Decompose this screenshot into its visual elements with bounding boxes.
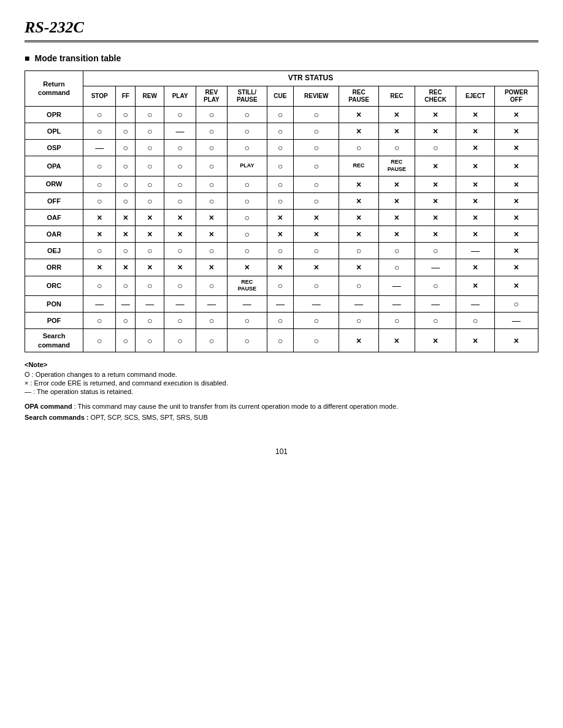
table-cell: ○ [339, 276, 379, 295]
table-row: Searchcommand○○○○○○○○××××× [25, 329, 538, 352]
table-cell: × [415, 176, 456, 192]
table-cell: ○ [267, 276, 294, 295]
table-cell: × [164, 226, 196, 243]
table-row: OFF○○○○○○○○××××× [25, 192, 538, 209]
table-cell: × [378, 106, 415, 123]
table-cell: ○ [83, 123, 116, 139]
column-header: FF [116, 86, 136, 106]
table-cell: ○ [456, 313, 494, 329]
table-cell: — [456, 296, 494, 313]
opa-note: OPA command : This command may cause the… [25, 401, 538, 412]
table-cell: — [456, 243, 494, 259]
table-cell: × [294, 259, 339, 276]
table-row: ORR×××××××××○—×× [25, 259, 538, 276]
table-cell: × [116, 226, 136, 243]
table-cell: — [415, 296, 456, 313]
command-label: ORR [25, 259, 83, 276]
table-cell: ○ [294, 106, 339, 123]
table-cell: ○ [116, 276, 136, 295]
column-header: RECPAUSE [339, 86, 379, 106]
column-header: REW [136, 86, 164, 106]
table-cell: ○ [415, 276, 456, 295]
table-cell: ○ [116, 156, 136, 176]
table-cell: × [267, 259, 294, 276]
table-cell: × [494, 139, 538, 156]
table-cell: ○ [136, 276, 164, 295]
note-item: — : The operation status is retained. [25, 388, 538, 395]
table-cell: ○ [267, 123, 294, 139]
table-cell: ○ [494, 296, 538, 313]
table-cell: ○ [228, 226, 267, 243]
table-cell: ○ [228, 313, 267, 329]
table-row: ORC○○○○○RECPAUSE○○○—○×× [25, 276, 538, 295]
column-header: CUE [267, 86, 294, 106]
table-cell: ○ [294, 156, 339, 176]
table-cell: × [415, 226, 456, 243]
table-cell: ○ [164, 156, 196, 176]
table-cell: ○ [294, 139, 339, 156]
command-label: ORW [25, 176, 83, 192]
table-cell: × [116, 259, 136, 276]
table-cell: ○ [228, 192, 267, 209]
column-header: RECCHECK [415, 86, 456, 106]
table-cell: ○ [164, 192, 196, 209]
column-header: POWEROFF [494, 86, 538, 106]
table-row: OAR×××××○××××××× [25, 226, 538, 243]
footer-notes: OPA command : This command may cause the… [25, 401, 538, 423]
table-cell: ○ [415, 139, 456, 156]
command-label: OAF [25, 209, 83, 226]
table-cell: ○ [136, 139, 164, 156]
section-header: Mode transition table [25, 53, 538, 63]
table-cell: ○ [228, 106, 267, 123]
table-cell: ○ [83, 276, 116, 295]
column-header: PLAY [164, 86, 196, 106]
table-cell: ○ [116, 192, 136, 209]
table-cell: × [378, 123, 415, 139]
table-cell: × [415, 329, 456, 352]
table-cell: × [456, 276, 494, 295]
table-cell: × [294, 209, 339, 226]
table-cell: × [456, 329, 494, 352]
table-cell: ○ [136, 176, 164, 192]
table-cell: × [494, 176, 538, 192]
table-row: OPR○○○○○○○○××××× [25, 106, 538, 123]
table-cell: ○ [339, 243, 379, 259]
table-cell: ○ [378, 139, 415, 156]
table-cell: × [378, 209, 415, 226]
table-cell: × [494, 329, 538, 352]
command-label: PON [25, 296, 83, 313]
notes-title: <Note> [25, 361, 538, 368]
table-cell: ○ [164, 243, 196, 259]
table-cell: × [294, 226, 339, 243]
table-cell: — [294, 296, 339, 313]
table-cell: × [456, 192, 494, 209]
column-header: REC [378, 86, 415, 106]
command-label: OFF [25, 192, 83, 209]
table-cell: ○ [83, 329, 116, 352]
table-cell: — [136, 296, 164, 313]
table-cell: ○ [294, 313, 339, 329]
command-label: OPL [25, 123, 83, 139]
table-cell: × [378, 176, 415, 192]
table-row: OSP—○○○○○○○○○○×× [25, 139, 538, 156]
table-cell: ○ [164, 106, 196, 123]
table-cell: ○ [228, 329, 267, 352]
search-text: OPT, SCP, SCS, SMS, SPT, SRS, SUB [91, 414, 208, 421]
table-cell: × [164, 259, 196, 276]
table-cell: ○ [267, 156, 294, 176]
table-cell: ○ [83, 192, 116, 209]
table-cell: × [267, 209, 294, 226]
table-cell: ○ [228, 209, 267, 226]
table-cell: ○ [116, 123, 136, 139]
opa-label: OPA command [25, 403, 72, 410]
table-cell: × [494, 243, 538, 259]
table-cell: × [83, 209, 116, 226]
command-label: OAR [25, 226, 83, 243]
table-cell: RECPAUSE [378, 156, 415, 176]
search-note: Search commands : OPT, SCP, SCS, SMS, SP… [25, 412, 538, 423]
column-header: STILL/PAUSE [228, 86, 267, 106]
table-cell: ○ [196, 276, 227, 295]
table-cell: × [339, 329, 379, 352]
table-cell: ○ [136, 106, 164, 123]
table-cell: — [83, 139, 116, 156]
